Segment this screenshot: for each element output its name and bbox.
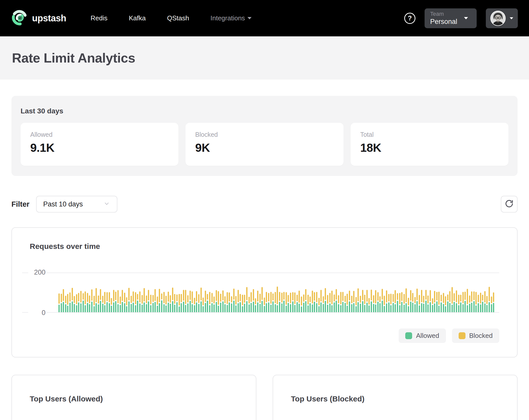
bar[interactable] [65, 296, 66, 312]
bar[interactable] [106, 292, 108, 312]
bar[interactable] [142, 295, 143, 312]
bar[interactable] [360, 296, 361, 312]
bar[interactable] [159, 289, 160, 312]
bar[interactable] [327, 295, 328, 312]
bar[interactable] [80, 291, 82, 312]
bar[interactable] [264, 297, 265, 312]
bar[interactable] [163, 292, 165, 312]
bar[interactable] [235, 296, 237, 312]
bar[interactable] [194, 298, 195, 312]
bar[interactable] [275, 292, 276, 312]
bar[interactable] [253, 289, 254, 312]
bar[interactable] [270, 292, 272, 312]
bar[interactable] [382, 289, 383, 312]
bar[interactable] [401, 292, 402, 312]
bar[interactable] [467, 289, 468, 312]
bar[interactable] [137, 294, 138, 312]
bar[interactable] [342, 292, 344, 312]
nav-link-qstash[interactable]: QStash [167, 14, 189, 22]
bar[interactable] [416, 289, 418, 312]
bar[interactable] [192, 291, 193, 312]
bar[interactable] [100, 289, 101, 312]
bar[interactable] [395, 290, 396, 312]
bar[interactable] [85, 291, 86, 312]
bar[interactable] [408, 298, 409, 312]
bar[interactable] [371, 290, 372, 312]
bar[interactable] [87, 293, 88, 312]
bar[interactable] [338, 295, 339, 312]
bar[interactable] [357, 288, 359, 312]
bar[interactable] [491, 296, 492, 312]
bar[interactable] [297, 295, 298, 312]
bar[interactable] [340, 292, 341, 312]
bar[interactable] [482, 295, 483, 312]
bar[interactable] [248, 297, 250, 312]
bar[interactable] [434, 291, 435, 312]
bar[interactable] [334, 294, 335, 312]
bar[interactable] [211, 293, 213, 312]
bar[interactable] [464, 292, 466, 312]
bar[interactable] [268, 293, 269, 312]
bar[interactable] [307, 295, 309, 312]
bar[interactable] [478, 295, 479, 312]
bar[interactable] [139, 291, 141, 312]
bar[interactable] [320, 290, 322, 312]
bar[interactable] [441, 295, 442, 312]
bar[interactable] [176, 294, 178, 312]
bar[interactable] [240, 294, 241, 312]
bar[interactable] [67, 294, 68, 312]
bar[interactable] [303, 294, 304, 312]
bar[interactable] [445, 296, 446, 312]
bar[interactable] [94, 296, 95, 312]
bar[interactable] [69, 292, 71, 312]
bar[interactable] [179, 294, 180, 312]
bar[interactable] [301, 296, 302, 312]
bar[interactable] [181, 294, 182, 312]
bar[interactable] [152, 295, 154, 312]
bar[interactable] [213, 296, 215, 312]
bar[interactable] [475, 292, 477, 312]
bar[interactable] [355, 297, 357, 312]
bar[interactable] [198, 294, 199, 312]
bar[interactable] [222, 290, 224, 312]
bar[interactable] [131, 296, 132, 312]
legend-item-allowed[interactable]: Allowed [399, 328, 446, 343]
bar[interactable] [98, 295, 99, 312]
bar[interactable] [102, 296, 103, 312]
bar[interactable] [115, 292, 116, 312]
bar[interactable] [423, 296, 424, 312]
bar[interactable] [462, 292, 464, 312]
bar[interactable] [229, 292, 230, 312]
bar[interactable] [349, 291, 350, 312]
bar[interactable] [117, 290, 119, 312]
bar[interactable] [74, 296, 75, 312]
bar[interactable] [292, 292, 293, 312]
bar[interactable] [266, 292, 267, 312]
nav-link-integrations[interactable]: Integrations [210, 14, 252, 22]
bar[interactable] [375, 290, 376, 312]
bar[interactable] [377, 292, 379, 312]
bar[interactable] [218, 291, 219, 312]
bar[interactable] [384, 296, 385, 312]
bar[interactable] [216, 290, 217, 312]
bar[interactable] [456, 290, 457, 312]
bar[interactable] [345, 296, 346, 312]
bar[interactable] [185, 290, 186, 312]
bar[interactable] [111, 298, 112, 312]
bar[interactable] [231, 296, 232, 312]
bar[interactable] [331, 291, 333, 312]
bar[interactable] [279, 292, 280, 312]
nav-link-redis[interactable]: Redis [91, 14, 107, 22]
bar[interactable] [244, 295, 245, 312]
bar[interactable] [443, 293, 444, 312]
bar[interactable] [220, 294, 221, 312]
bar[interactable] [309, 296, 311, 312]
bar[interactable] [421, 290, 422, 312]
bar[interactable] [390, 294, 392, 312]
bar[interactable] [205, 291, 206, 312]
bar[interactable] [104, 292, 105, 312]
bar[interactable] [161, 293, 162, 312]
bar[interactable] [452, 287, 453, 312]
bar[interactable] [312, 291, 313, 312]
bar[interactable] [83, 293, 84, 312]
